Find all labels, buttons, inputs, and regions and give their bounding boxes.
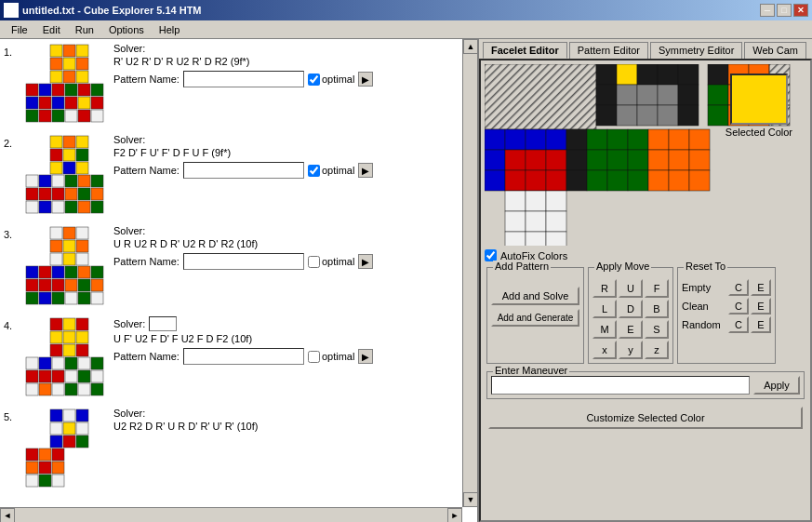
solver-label-4: Solver:: [113, 318, 145, 329]
svg-rect-59: [76, 240, 88, 252]
move-btn-F[interactable]: F: [645, 279, 669, 298]
window-controls: ─ □ ✕: [760, 4, 808, 17]
add-and-solve-button[interactable]: Add and Solve: [491, 287, 579, 305]
arrow-btn-2[interactable]: ▶: [358, 163, 373, 178]
svg-rect-175: [628, 150, 648, 170]
svg-rect-172: [628, 129, 648, 150]
optimal-checkbox-1[interactable]: [308, 74, 320, 86]
menu-help[interactable]: Help: [152, 22, 188, 37]
scroll-down-arrow[interactable]: ▼: [463, 492, 478, 507]
svg-rect-84: [50, 331, 62, 343]
svg-rect-13: [39, 97, 51, 109]
add-pattern-label: Add Pattern: [493, 261, 551, 272]
svg-rect-177: [607, 170, 628, 191]
menu-run[interactable]: Run: [68, 22, 101, 37]
menu-options[interactable]: Options: [101, 22, 152, 37]
svg-rect-40: [39, 188, 51, 200]
scroll-right-arrow[interactable]: ►: [447, 508, 462, 522]
move-btn-E[interactable]: E: [619, 320, 643, 339]
maximize-button[interactable]: □: [777, 4, 792, 17]
svg-rect-94: [39, 370, 51, 382]
scrollbar-vertical[interactable]: ▲ ▼: [462, 39, 477, 507]
svg-rect-148: [637, 105, 658, 126]
menu-edit[interactable]: Edit: [35, 22, 68, 37]
svg-rect-99: [65, 357, 77, 369]
tab-pattern-editor[interactable]: Pattern Editor: [569, 42, 648, 59]
svg-rect-95: [52, 370, 64, 382]
optimal-checkbox-4[interactable]: [308, 351, 320, 363]
move-btn-R[interactable]: R: [592, 279, 617, 298]
reset-random-c[interactable]: C: [728, 316, 749, 333]
apply-maneuver-button[interactable]: Apply: [753, 376, 800, 395]
pattern-input-4[interactable]: [183, 348, 304, 365]
svg-rect-127: [485, 64, 596, 129]
svg-rect-20: [91, 84, 103, 96]
pattern-input-3[interactable]: [183, 253, 304, 270]
svg-rect-186: [669, 170, 689, 191]
selected-color-swatch[interactable]: [730, 74, 788, 125]
solver-extra-input-4[interactable]: [149, 316, 177, 331]
svg-rect-8: [76, 71, 88, 83]
move-btn-M[interactable]: M: [592, 320, 617, 339]
solver-entry-5: 5.: [4, 408, 473, 491]
cube-preview-5: [24, 408, 108, 491]
svg-rect-190: [546, 191, 566, 211]
scroll-left-arrow[interactable]: ◄: [0, 508, 15, 522]
move-btn-L[interactable]: L: [592, 300, 617, 318]
menu-file[interactable]: File: [4, 22, 35, 37]
close-button[interactable]: ✕: [793, 4, 808, 17]
pattern-input-1[interactable]: [183, 71, 304, 87]
move-btn-z[interactable]: z: [645, 341, 669, 359]
svg-rect-131: [658, 64, 678, 85]
svg-rect-74: [91, 266, 103, 278]
move-btn-x[interactable]: x: [592, 341, 617, 359]
move-btn-D[interactable]: D: [619, 300, 643, 318]
move-btn-S[interactable]: S: [645, 320, 669, 339]
optimal-checkbox-2[interactable]: [308, 165, 320, 177]
svg-rect-183: [669, 150, 689, 170]
svg-rect-98: [52, 383, 64, 395]
scroll-up-arrow[interactable]: ▲: [463, 39, 478, 54]
svg-rect-104: [91, 370, 103, 382]
pattern-input-2[interactable]: [183, 162, 304, 179]
svg-rect-146: [596, 105, 617, 126]
scroll-thumb[interactable]: [463, 54, 477, 492]
move-btn-y[interactable]: y: [619, 341, 643, 359]
move-btn-B[interactable]: B: [645, 300, 669, 318]
svg-rect-77: [91, 279, 103, 291]
svg-rect-83: [76, 318, 88, 330]
customize-selected-color-button[interactable]: Customize Selected Color: [488, 407, 803, 429]
svg-rect-25: [78, 110, 90, 122]
optimal-checkbox-3[interactable]: [308, 256, 320, 268]
reset-empty-c[interactable]: C: [728, 279, 749, 296]
entry-right-2: Solver: F2 D' F U' F' D F U F (9f*) Patt…: [113, 134, 473, 179]
svg-rect-161: [566, 129, 587, 150]
reset-random-e[interactable]: E: [751, 316, 771, 333]
reset-clean-e[interactable]: E: [751, 298, 771, 315]
maneuver-input[interactable]: [491, 376, 750, 395]
reset-empty-e[interactable]: E: [751, 279, 771, 296]
minimize-button[interactable]: ─: [760, 4, 775, 17]
svg-rect-39: [26, 188, 38, 200]
svg-rect-122: [52, 462, 64, 474]
pattern-label-4: Pattern Name:: [113, 351, 180, 362]
tab-web-cam[interactable]: Web Cam: [744, 42, 806, 59]
svg-rect-11: [52, 84, 64, 96]
svg-rect-81: [50, 318, 62, 330]
arrow-btn-4[interactable]: ▶: [358, 349, 373, 364]
reset-clean-label: Clean: [682, 301, 726, 312]
arrow-btn-1[interactable]: ▶: [358, 72, 373, 87]
add-and-generate-button[interactable]: Add and Generate: [491, 309, 579, 327]
move-btn-U[interactable]: U: [619, 279, 643, 298]
tab-symmetry-editor[interactable]: Symmetry Editor: [650, 42, 742, 59]
scrollbar-horizontal[interactable]: ◄ ►: [0, 507, 462, 522]
svg-rect-58: [63, 240, 75, 252]
reset-clean-c[interactable]: C: [728, 298, 749, 315]
h-scroll-thumb: [15, 508, 447, 522]
tab-facelet-editor[interactable]: Facelet Editor: [483, 42, 567, 59]
svg-rect-72: [65, 266, 77, 278]
entry-number-2: 2.: [4, 138, 19, 149]
arrow-btn-3[interactable]: ▶: [358, 254, 373, 269]
svg-rect-192: [526, 211, 546, 232]
svg-rect-119: [52, 448, 64, 461]
